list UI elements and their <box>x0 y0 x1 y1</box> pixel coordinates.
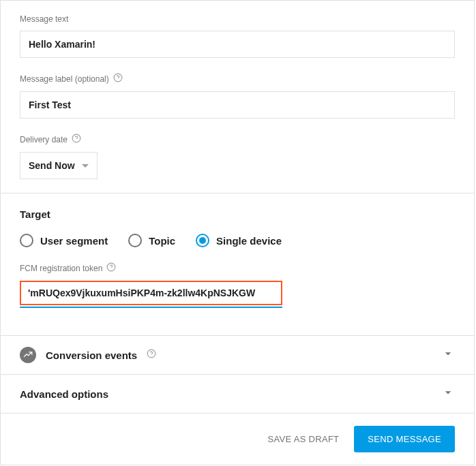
chevron-down-icon <box>441 386 455 402</box>
conversion-events-accordion[interactable]: Conversion events <box>1 335 474 374</box>
radio-topic[interactable]: Topic <box>128 234 175 247</box>
radio-user-segment[interactable]: User segment <box>20 234 108 247</box>
target-title: Target <box>20 208 455 220</box>
message-text-label: Message text <box>20 14 455 24</box>
trend-icon <box>20 347 36 363</box>
delivery-date-label: Delivery date <box>20 134 455 145</box>
radio-single-device[interactable]: Single device <box>196 234 282 247</box>
delivery-date-dropdown[interactable]: Send Now <box>20 152 98 179</box>
advanced-options-accordion[interactable]: Advanced options <box>1 374 474 413</box>
help-icon[interactable] <box>106 262 116 274</box>
message-label-input[interactable] <box>20 91 455 119</box>
help-icon[interactable] <box>147 349 156 361</box>
radio-circle <box>128 234 142 247</box>
help-icon[interactable] <box>113 73 123 84</box>
chevron-down-icon <box>441 347 455 363</box>
help-icon[interactable] <box>72 134 81 145</box>
radio-circle <box>196 234 209 247</box>
send-message-button[interactable]: SEND MESSAGE <box>354 426 455 452</box>
fcm-token-label: FCM registration token <box>20 262 455 274</box>
chevron-down-icon <box>82 164 89 168</box>
message-label-label: Message label (optional) <box>20 73 455 84</box>
fcm-token-input[interactable] <box>20 281 282 305</box>
message-text-input[interactable] <box>20 31 455 58</box>
save-as-draft-button[interactable]: SAVE AS DRAFT <box>268 434 340 444</box>
radio-circle <box>20 234 33 247</box>
